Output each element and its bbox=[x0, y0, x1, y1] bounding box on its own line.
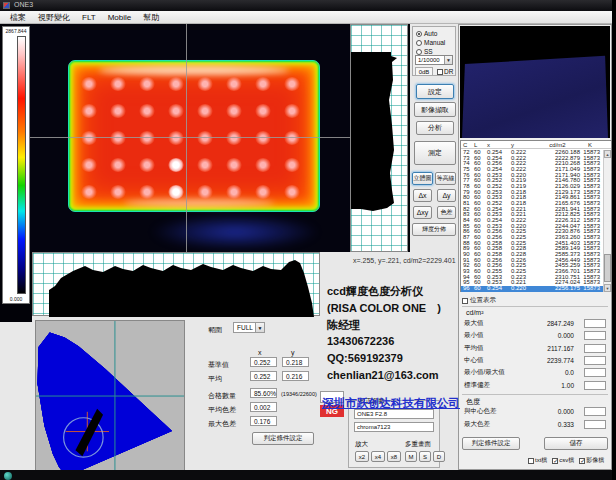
stat-input-box[interactable] bbox=[584, 344, 606, 353]
vertical-luminance-profile bbox=[350, 24, 408, 252]
filecheck-csv檔[interactable]: ✓csv檔 bbox=[552, 456, 574, 465]
chevron-down-icon[interactable]: ▼ bbox=[255, 323, 264, 332]
led-dot bbox=[197, 131, 213, 145]
delta-x-button[interactable]: Δx bbox=[413, 189, 432, 202]
position-display-checkbox[interactable]: 位置表示 bbox=[462, 296, 496, 305]
led-dot bbox=[110, 185, 126, 199]
luminance-heatmap[interactable] bbox=[30, 24, 350, 252]
chroma-row-0: 與中心色差0.000 bbox=[464, 406, 610, 417]
scroll-down-icon[interactable]: ▼ bbox=[604, 284, 611, 292]
led-dot bbox=[81, 104, 97, 118]
stat-input-box[interactable] bbox=[584, 381, 606, 390]
stat-value: 0.0 bbox=[526, 369, 574, 376]
radio-manual[interactable]: Manual bbox=[416, 38, 453, 47]
stat-row-0: 最大值2847.249 bbox=[464, 318, 610, 329]
contour-button[interactable]: 等高線 bbox=[435, 172, 456, 185]
stat-label: 最大值 bbox=[464, 319, 526, 328]
menu-item-4[interactable]: 幫助 bbox=[137, 11, 165, 24]
stat-label: 中心值 bbox=[464, 356, 526, 365]
menu-item-0[interactable]: 檔案 bbox=[4, 11, 32, 24]
dr-checkbox-box[interactable] bbox=[437, 69, 443, 75]
stat-input-box[interactable] bbox=[584, 368, 606, 377]
checkbox-box[interactable] bbox=[528, 458, 534, 464]
table-scrollbar[interactable]: ▲ ▼ bbox=[603, 150, 611, 292]
avg-y-value: 0.216 bbox=[282, 371, 309, 381]
table-header: CLxycd/m2K bbox=[461, 141, 611, 149]
judge-condition-button-left[interactable]: 判定條件設定 bbox=[252, 432, 314, 445]
led-dot bbox=[168, 185, 184, 199]
delta-y-button[interactable]: Δy bbox=[437, 189, 456, 202]
zoom-x2-button[interactable]: x2 bbox=[355, 451, 369, 462]
filecheck-影像檔[interactable]: ✓影像檔 bbox=[579, 456, 604, 465]
avg-x-value: 0.252 bbox=[250, 371, 277, 381]
stat-row-5: 標準偏差1.00 bbox=[464, 380, 610, 391]
table-body[interactable]: 72600.2540.2222260.1881587373600.2540.22… bbox=[461, 150, 604, 292]
led-dot bbox=[110, 158, 126, 172]
multi-M-button[interactable]: M bbox=[405, 451, 417, 462]
scrollbar-thumb[interactable] bbox=[604, 254, 611, 282]
led-dot bbox=[226, 77, 242, 91]
radio-circle[interactable] bbox=[416, 31, 422, 37]
set-button[interactable]: 設定 bbox=[416, 84, 454, 99]
base-x-value: 0.252 bbox=[250, 357, 277, 367]
checkbox-box[interactable]: ✓ bbox=[579, 458, 585, 464]
measure-button[interactable]: 測定 bbox=[414, 141, 456, 165]
led-dot bbox=[81, 77, 97, 91]
delta-xy-button[interactable]: Δxy bbox=[413, 206, 432, 219]
file-format-checkboxes: txt檔✓csv檔✓影像檔 bbox=[528, 456, 604, 465]
company-link[interactable]: 深圳市跃创达科技有限公司 bbox=[322, 396, 460, 411]
horizontal-profile-curve bbox=[33, 253, 321, 317]
save-button[interactable]: 儲存 bbox=[544, 437, 608, 450]
gain-label: 0dB bbox=[415, 67, 433, 76]
led-dot bbox=[255, 104, 271, 118]
led-dot bbox=[81, 185, 97, 199]
menu-item-2[interactable]: FLT bbox=[76, 11, 102, 24]
shutter-dropdown[interactable]: 1/10000 ▼ bbox=[415, 55, 453, 65]
menu-item-3[interactable]: Mobile bbox=[102, 11, 138, 24]
radio-auto[interactable]: Auto bbox=[416, 29, 453, 38]
led-dot bbox=[197, 185, 213, 199]
radio-circle[interactable] bbox=[416, 40, 422, 46]
stat-row-1: 最小值0.000 bbox=[464, 330, 610, 341]
judge-condition-button-right[interactable]: 判定條件設定 bbox=[462, 437, 520, 450]
title-bar[interactable]: ONE3 bbox=[0, 0, 616, 11]
stat-row-3: 中心值2239.774 bbox=[464, 355, 610, 366]
measurement-table[interactable]: CLxycd/m2K 72600.2540.2222260.1881587373… bbox=[460, 140, 612, 292]
stat-input-box[interactable] bbox=[584, 356, 606, 365]
chevron-down-icon[interactable]: ▼ bbox=[444, 56, 452, 64]
zoom-x4-button[interactable]: x4 bbox=[371, 451, 385, 462]
stat-input-box[interactable] bbox=[584, 319, 606, 328]
zoom-label: 放大 bbox=[355, 440, 368, 449]
crosshair-horizontal[interactable] bbox=[30, 137, 350, 138]
menu-item-1[interactable]: 視野變化 bbox=[32, 11, 76, 24]
led-dot bbox=[226, 158, 242, 172]
led-dot bbox=[226, 104, 242, 118]
position-display-box[interactable] bbox=[462, 298, 468, 304]
table-row[interactable]: 96600.2540.2202256.17515873 bbox=[461, 286, 604, 292]
multi-S-button[interactable]: S bbox=[419, 451, 431, 462]
table-col-header: cd/m2 bbox=[535, 141, 580, 148]
radio-circle[interactable] bbox=[416, 49, 422, 55]
checkbox-label: 影像檔 bbox=[586, 456, 604, 465]
checkbox-box[interactable]: ✓ bbox=[552, 458, 558, 464]
color-diff-button[interactable]: 色差 bbox=[437, 206, 456, 219]
capture-button[interactable]: 影像擷取 bbox=[414, 102, 456, 117]
range-dropdown[interactable]: FULL ▼ bbox=[233, 322, 265, 333]
view3d-button[interactable]: 立體圖 bbox=[412, 172, 433, 185]
stat-row-4: 最小值/最大值0.0 bbox=[464, 367, 610, 378]
dr-checkbox[interactable]: DR bbox=[437, 68, 453, 75]
filecheck-txt檔[interactable]: txt檔 bbox=[528, 456, 547, 465]
calibration-param2: chroma7123 bbox=[354, 422, 434, 432]
scroll-up-icon[interactable]: ▲ bbox=[604, 150, 611, 158]
cie-chromaticity-diagram[interactable] bbox=[35, 320, 185, 478]
zoom-x8-button[interactable]: x8 bbox=[387, 451, 401, 462]
stat-input-box[interactable] bbox=[584, 407, 606, 416]
stat-input-box[interactable] bbox=[584, 331, 606, 340]
analyze-button[interactable]: 分析 bbox=[416, 121, 454, 135]
luminance-dist-button[interactable]: 輝度分佈 bbox=[412, 223, 456, 236]
multi-D-button[interactable]: D bbox=[433, 451, 445, 462]
crosshair-vertical[interactable] bbox=[186, 24, 187, 252]
checkbox-label: txt檔 bbox=[535, 456, 547, 465]
stat-input-box[interactable] bbox=[584, 420, 606, 429]
led-dot bbox=[168, 77, 184, 91]
